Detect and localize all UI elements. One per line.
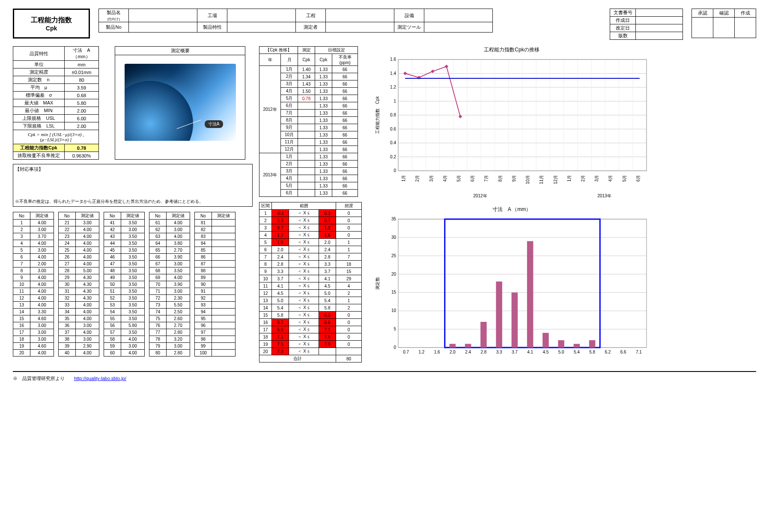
svg-text:35: 35 xyxy=(391,217,396,221)
svg-text:測定数: 測定数 xyxy=(375,277,380,290)
gear-image: 寸法A xyxy=(125,64,236,141)
svg-text:1月: 1月 xyxy=(567,175,572,182)
doc-meta-table: 文書番号 作成日 改定日 版数 xyxy=(610,9,683,40)
approval-stamps: 承認確認作成 xyxy=(692,9,756,38)
svg-text:5月: 5月 xyxy=(456,175,461,182)
svg-rect-40 xyxy=(431,69,434,73)
svg-text:30: 30 xyxy=(391,235,396,240)
svg-text:7.1: 7.1 xyxy=(636,350,642,354)
svg-text:1.2: 1.2 xyxy=(418,350,424,354)
svg-text:5.0: 5.0 xyxy=(558,350,564,354)
svg-rect-88 xyxy=(496,282,502,348)
svg-rect-87 xyxy=(480,322,487,348)
svg-text:20: 20 xyxy=(391,272,396,276)
svg-text:2月: 2月 xyxy=(415,175,420,182)
svg-rect-93 xyxy=(574,344,580,348)
svg-rect-39 xyxy=(417,76,420,79)
svg-text:25: 25 xyxy=(391,253,396,258)
svg-text:1: 1 xyxy=(393,99,396,104)
doc-title: 工程能力指数 Cpk xyxy=(13,9,90,39)
svg-text:3.7: 3.7 xyxy=(512,350,518,354)
source-link[interactable]: http://quality-labo.sblo.jp/ xyxy=(74,376,126,381)
svg-text:0: 0 xyxy=(393,345,396,350)
svg-text:1.6: 1.6 xyxy=(390,57,396,62)
measurement-tables: No測定値14.0023.0033.7044.0053.0064.0072.00… xyxy=(13,212,253,357)
svg-text:4.5: 4.5 xyxy=(542,350,548,354)
svg-text:6.6: 6.6 xyxy=(620,350,626,354)
svg-rect-41 xyxy=(445,65,448,68)
svg-text:8月: 8月 xyxy=(498,175,503,182)
product-info-table: 製品名(仕向け) 工場 工程 設備 製品No 製品特性 測定者 測定ツール xyxy=(98,9,493,33)
svg-text:2.0: 2.0 xyxy=(450,350,456,354)
svg-rect-81 xyxy=(445,219,600,348)
histogram-table: 区間範囲頻度1-0.1＜ X ≦0.3020.3＜ X ≦0.7030.7＜ X… xyxy=(259,202,362,363)
svg-text:0.4: 0.4 xyxy=(390,140,396,145)
svg-text:1.2: 1.2 xyxy=(390,85,396,89)
svg-text:0.2: 0.2 xyxy=(390,155,396,159)
line-chart: 工程能力指数Cpkの推移 00.20.40.60.811.21.41.61月2月… xyxy=(373,46,651,202)
svg-text:工程能力指数　Cpk: 工程能力指数 Cpk xyxy=(375,96,380,134)
svg-text:6月: 6月 xyxy=(470,175,475,182)
svg-text:0.8: 0.8 xyxy=(390,113,396,117)
footer: ※ 品質管理研究所より http://quality-labo.sblo.jp/ xyxy=(13,371,756,382)
svg-text:2012年: 2012年 xyxy=(473,193,487,198)
svg-text:9月: 9月 xyxy=(512,175,516,182)
svg-text:2013年: 2013年 xyxy=(597,193,611,198)
svg-text:2.8: 2.8 xyxy=(480,350,486,354)
svg-text:12月: 12月 xyxy=(553,175,558,184)
svg-text:10: 10 xyxy=(391,308,396,313)
svg-text:3.3: 3.3 xyxy=(496,350,502,354)
svg-text:3月: 3月 xyxy=(594,175,599,182)
svg-rect-85 xyxy=(450,344,456,348)
svg-text:2月: 2月 xyxy=(581,175,585,182)
svg-rect-90 xyxy=(527,241,534,348)
svg-text:6.2: 6.2 xyxy=(605,350,611,354)
svg-rect-89 xyxy=(512,292,518,348)
svg-text:0.7: 0.7 xyxy=(403,350,409,354)
measurement-image-box: 測定概要 寸法A xyxy=(115,46,245,160)
svg-text:4.1: 4.1 xyxy=(527,350,533,354)
cpk-formula: Cpk = min [ (USL−μ)/(3×σ) , (μ−LSL)/(3×σ… xyxy=(13,130,99,144)
svg-text:3月: 3月 xyxy=(429,175,434,182)
notes-box: 【対応事項】 ※不良率の推定は、得られたデータから正規分布を想定した算出方法のた… xyxy=(13,164,253,207)
svg-text:5.8: 5.8 xyxy=(589,350,595,354)
cpk-trend-table: 【Cpk 推移】測定目標設定年月CpkCpk不良率(ppm)2012年1月1.4… xyxy=(259,46,358,197)
svg-rect-80 xyxy=(398,219,647,348)
svg-text:4月: 4月 xyxy=(443,175,447,182)
svg-rect-92 xyxy=(558,340,564,348)
svg-text:0: 0 xyxy=(393,168,396,173)
svg-text:1.6: 1.6 xyxy=(434,350,440,354)
svg-text:2.4: 2.4 xyxy=(465,350,471,354)
svg-text:15: 15 xyxy=(391,290,396,294)
bar-chart: 寸法 A （mm） 051015202530350.71.21.62.02.42… xyxy=(373,206,651,361)
svg-text:6月: 6月 xyxy=(636,175,641,182)
svg-rect-38 xyxy=(403,71,407,75)
svg-text:5月: 5月 xyxy=(622,175,627,182)
svg-text:10月: 10月 xyxy=(525,175,530,184)
svg-rect-94 xyxy=(589,340,596,348)
stats-table: 品質特性寸法 A （mm） 単位mm 測定精度±0.01mm 測定数 n80 平… xyxy=(13,46,99,160)
svg-rect-86 xyxy=(465,344,471,348)
svg-text:1.4: 1.4 xyxy=(390,71,396,76)
svg-text:7月: 7月 xyxy=(484,175,489,182)
svg-text:5.4: 5.4 xyxy=(574,350,580,354)
svg-rect-91 xyxy=(542,333,549,348)
svg-text:5: 5 xyxy=(393,327,396,331)
svg-text:1月: 1月 xyxy=(401,175,406,182)
svg-text:4月: 4月 xyxy=(608,175,613,182)
svg-text:0.6: 0.6 xyxy=(390,127,396,131)
svg-text:11月: 11月 xyxy=(539,175,544,184)
